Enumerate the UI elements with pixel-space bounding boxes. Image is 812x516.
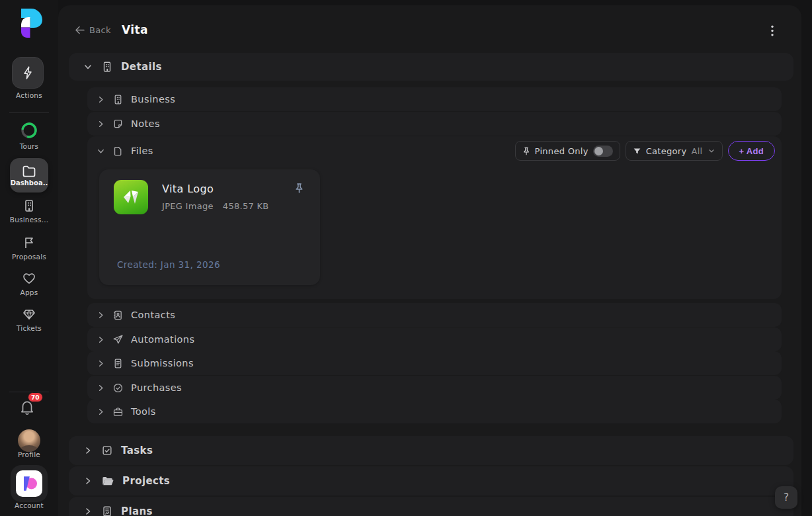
chevron-right-icon — [97, 335, 105, 344]
document-icon — [112, 358, 124, 369]
sidebar-item-businesses[interactable]: Business... — [0, 198, 58, 224]
details-section-header[interactable]: Details — [69, 53, 793, 81]
category-dropdown[interactable]: Category All — [626, 141, 723, 161]
chevron-down-icon — [97, 147, 105, 155]
sidebar-item-tickets[interactable]: Tickets — [0, 307, 58, 332]
details-section-label: Details — [121, 61, 162, 73]
sidebar-item-label: Business... — [0, 216, 58, 224]
sidebar-item-label: Dashboa.. — [11, 179, 48, 187]
building-icon — [101, 61, 113, 73]
building-icon — [22, 198, 36, 213]
row-label: Automations — [131, 334, 194, 345]
row-contacts[interactable]: Contacts — [87, 303, 782, 327]
pinned-only-toggle-group[interactable]: Pinned Only — [515, 141, 620, 161]
row-label: Files — [131, 146, 153, 156]
file-created-date: Created: Jan 31, 2026 — [117, 259, 220, 270]
tours-ring-icon — [20, 122, 38, 139]
file-thumbnail — [114, 180, 148, 214]
row-notes[interactable]: Notes — [87, 112, 782, 136]
chevron-right-icon — [83, 446, 93, 455]
projects-section-header[interactable]: Projects — [69, 466, 793, 495]
file-size: 458.57 KB — [223, 201, 269, 211]
chevron-right-icon — [97, 359, 105, 368]
arrow-left-icon — [75, 26, 85, 34]
file-title: Vita Logo — [162, 183, 214, 195]
back-label: Back — [89, 25, 111, 35]
files-controls: Pinned Only Category All + Add — [515, 141, 775, 161]
vita-logo-thumbnail-icon — [119, 185, 143, 209]
profile-avatar[interactable] — [18, 429, 40, 452]
filter-icon — [633, 147, 641, 155]
chevron-down-icon — [83, 62, 93, 71]
row-label: Business — [131, 94, 175, 105]
chevron-right-icon — [97, 120, 105, 128]
check-circle-icon — [112, 382, 124, 394]
file-icon — [112, 146, 124, 157]
pin-file-button[interactable] — [294, 183, 304, 194]
row-automations[interactable]: Automations — [87, 327, 782, 351]
app-logo-icon[interactable] — [16, 8, 42, 38]
chevron-right-icon — [83, 476, 93, 486]
row-submissions[interactable]: Submissions — [87, 351, 782, 375]
files-section: Files Pinned Only Category All — [87, 136, 782, 299]
folder-icon — [22, 165, 36, 178]
pin-icon — [522, 147, 530, 155]
sidebar-item-label: Actions — [0, 91, 58, 99]
sidebar-item-proposals[interactable]: Proposals — [0, 236, 58, 261]
back-button[interactable]: Back — [75, 25, 111, 35]
actions-button[interactable] — [12, 57, 44, 89]
account-label: Account — [0, 501, 58, 509]
pinned-only-switch[interactable] — [593, 146, 613, 157]
file-meta: JPEG Image 458.57 KB — [162, 201, 269, 211]
contacts-icon — [112, 310, 124, 321]
gem-icon — [22, 307, 36, 322]
account-button[interactable] — [11, 465, 48, 502]
row-purchases[interactable]: Purchases — [87, 376, 782, 400]
row-tools[interactable]: Tools — [87, 400, 782, 423]
folder-open-icon — [101, 475, 114, 487]
heart-icon — [22, 271, 36, 286]
pinned-only-label: Pinned Only — [535, 146, 589, 156]
note-icon — [112, 118, 124, 130]
sidebar-item-apps[interactable]: Apps — [0, 271, 58, 296]
sidebar-item-tours[interactable]: Tours — [0, 122, 58, 150]
file-card[interactable]: Vita Logo JPEG Image 458.57 KB Created: … — [99, 169, 320, 285]
row-label: Purchases — [131, 382, 182, 393]
row-label: Tools — [131, 406, 156, 417]
account-logo — [16, 470, 42, 497]
building-icon — [112, 94, 124, 105]
chevron-right-icon — [97, 408, 105, 416]
account-logo-icon — [19, 473, 40, 494]
add-file-button[interactable]: + Add — [728, 141, 776, 161]
pin-icon — [294, 183, 304, 194]
sidebar-item-dashboard[interactable]: Dashboa.. — [10, 158, 48, 193]
row-label: Submissions — [131, 358, 194, 368]
sidebar: Actions Tours Dashboa.. Business... Prop… — [0, 0, 58, 516]
main-panel: Back Vita Details Business — [58, 5, 801, 516]
chevron-down-icon — [708, 147, 715, 155]
row-label: Notes — [131, 118, 160, 129]
plans-section-label: Plans — [121, 505, 153, 516]
sidebar-item-label: Tickets — [0, 324, 58, 332]
tasks-section-header[interactable]: Tasks — [69, 436, 793, 465]
sidebar-divider — [9, 392, 49, 392]
category-label: Category — [646, 146, 687, 156]
row-label: Contacts — [131, 310, 175, 320]
row-business[interactable]: Business — [87, 87, 782, 111]
notifications-button[interactable]: 70 — [19, 398, 36, 415]
sidebar-item-label: Proposals — [0, 253, 58, 261]
plans-section-header[interactable]: Plans — [69, 497, 793, 516]
kebab-vertical-icon — [771, 25, 774, 36]
sidebar-item-label: Apps — [0, 288, 58, 296]
help-button[interactable]: ? — [775, 486, 797, 509]
file-type: JPEG Image — [162, 201, 214, 211]
profile-label: Profile — [0, 451, 58, 458]
chevron-right-icon — [97, 311, 105, 320]
page-title: Vita — [122, 23, 148, 36]
more-menu-button[interactable] — [768, 22, 776, 39]
chevron-right-icon — [97, 384, 105, 392]
plan-document-icon — [101, 505, 113, 516]
tasks-section-label: Tasks — [121, 445, 153, 456]
toolbox-icon — [112, 406, 124, 417]
notification-count-badge: 70 — [28, 392, 43, 402]
